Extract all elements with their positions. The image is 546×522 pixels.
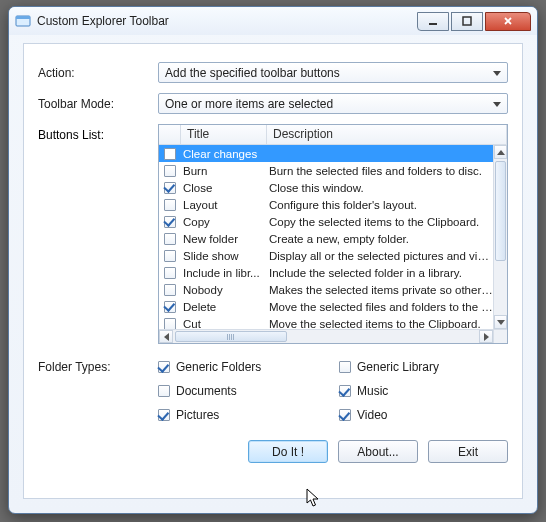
buttons-listview[interactable]: Title Description Clear changesBurnBurn … [158,124,508,344]
app-icon [15,13,31,29]
row-checkbox[interactable] [164,148,176,160]
row-description: Close this window. [267,182,495,194]
list-row[interactable]: DeleteMove the selected files and folder… [159,298,495,315]
row-checkbox[interactable] [164,199,176,211]
row-description: Move the selected items to the Clipboard… [267,318,495,330]
list-row[interactable]: LayoutConfigure this folder's layout. [159,196,495,213]
row-description: Include the selected folder in a library… [267,267,495,279]
checkbox-icon[interactable] [158,385,170,397]
buttons-list-label: Buttons List: [38,124,158,344]
action-combo[interactable]: Add the specified toolbar buttons [158,62,508,83]
checkbox-icon[interactable] [158,361,170,373]
vertical-scroll-thumb[interactable] [495,161,506,261]
checkbox-icon[interactable] [339,361,351,373]
row-title: Clear changes [181,148,267,160]
row-checkbox[interactable] [164,301,176,313]
scroll-up-button[interactable] [494,145,507,159]
toolbar-mode-combo[interactable]: One or more items are selected [158,93,508,114]
header-title-col[interactable]: Title [181,125,267,144]
row-title: New folder [181,233,267,245]
folder-type-checkbox[interactable]: Music [339,384,508,398]
scroll-right-button[interactable] [479,330,493,343]
folder-type-checkbox[interactable]: Generic Library [339,360,508,374]
row-description: Copy the selected items to the Clipboard… [267,216,495,228]
row-checkbox[interactable] [164,250,176,262]
checkbox-icon[interactable] [158,409,170,421]
window-frame: Custom Explorer Toolbar Action: Add the … [8,6,538,514]
row-title: Nobody [181,284,267,296]
listview-body: Clear changesBurnBurn the selected files… [159,145,507,343]
svg-rect-3 [463,17,471,25]
button-bar: Do It ! About... Exit [38,440,508,463]
row-title: Include in libr... [181,267,267,279]
exit-button-label: Exit [458,445,478,459]
folder-type-checkbox[interactable]: Generic Folders [158,360,327,374]
list-row[interactable]: CopyCopy the selected items to the Clipb… [159,213,495,230]
list-row[interactable]: BurnBurn the selected files and folders … [159,162,495,179]
row-description: Configure this folder's layout. [267,199,495,211]
folder-type-checkbox[interactable]: Video [339,408,508,422]
list-row[interactable]: Slide showDisplay all or the selected pi… [159,247,495,264]
row-checkbox[interactable] [164,216,176,228]
window-controls [415,12,531,31]
listview-header[interactable]: Title Description [159,125,507,145]
header-description-col[interactable]: Description [267,125,507,144]
folder-types-grid: Generic FoldersGeneric LibraryDocumentsM… [158,360,508,422]
list-row[interactable]: Clear changes [159,145,495,162]
scroll-left-button[interactable] [159,330,173,343]
doit-button[interactable]: Do It ! [248,440,328,463]
about-button-label: About... [357,445,398,459]
list-row[interactable]: CloseClose this window. [159,179,495,196]
row-description: Display all or the selected pictures and… [267,250,495,262]
exit-button[interactable]: Exit [428,440,508,463]
toolbar-mode-label: Toolbar Mode: [38,97,158,111]
client-area: Action: Add the specified toolbar button… [23,43,523,499]
doit-button-label: Do It ! [272,445,304,459]
titlebar[interactable]: Custom Explorer Toolbar [9,7,537,35]
row-description: Makes the selected items private so othe… [267,284,495,296]
row-description: Create a new, empty folder. [267,233,495,245]
checkbox-icon[interactable] [339,409,351,421]
row-title: Copy [181,216,267,228]
row-title: Close [181,182,267,194]
row-checkbox[interactable] [164,233,176,245]
scrollbar-corner [493,329,507,343]
list-row[interactable]: Include in libr...Include the selected f… [159,264,495,281]
row-title: Slide show [181,250,267,262]
folder-type-checkbox[interactable]: Pictures [158,408,327,422]
minimize-button[interactable] [417,12,449,31]
row-checkbox[interactable] [164,318,176,330]
horizontal-scrollbar[interactable] [159,329,493,343]
list-row[interactable]: New folderCreate a new, empty folder. [159,230,495,247]
folder-type-label: Music [357,384,388,398]
folder-types-label: Folder Types: [38,360,158,422]
folder-type-label: Pictures [176,408,219,422]
action-label: Action: [38,66,158,80]
svg-rect-2 [429,23,437,25]
window-title: Custom Explorer Toolbar [37,14,415,28]
header-checkbox-col[interactable] [159,125,181,144]
row-title: Cut [181,318,267,330]
folder-type-label: Video [357,408,387,422]
scroll-down-button[interactable] [494,315,507,329]
maximize-button[interactable] [451,12,483,31]
row-title: Burn [181,165,267,177]
folder-type-label: Documents [176,384,237,398]
folder-type-checkbox[interactable]: Documents [158,384,327,398]
row-title: Layout [181,199,267,211]
horizontal-scroll-thumb[interactable] [175,331,287,342]
toolbar-mode-combo-value: One or more items are selected [165,97,333,111]
row-title: Delete [181,301,267,313]
row-checkbox[interactable] [164,182,176,194]
action-combo-value: Add the specified toolbar buttons [165,66,340,80]
row-checkbox[interactable] [164,267,176,279]
checkbox-icon[interactable] [339,385,351,397]
vertical-scrollbar[interactable] [493,145,507,329]
svg-rect-1 [16,16,30,19]
about-button[interactable]: About... [338,440,418,463]
list-row[interactable]: NobodyMakes the selected items private s… [159,281,495,298]
close-button[interactable] [485,12,531,31]
folder-type-label: Generic Library [357,360,439,374]
row-checkbox[interactable] [164,284,176,296]
row-checkbox[interactable] [164,165,176,177]
